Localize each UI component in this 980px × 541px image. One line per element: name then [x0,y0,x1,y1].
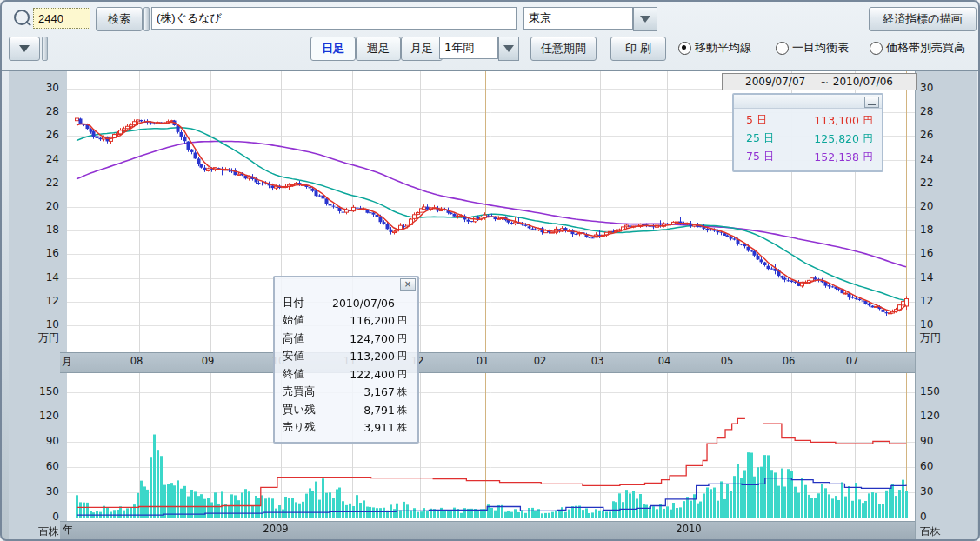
volume-tick-left: 0 [9,511,59,523]
tooltip-label: 日付 [283,296,328,311]
tooltip-row: 売り残3,911株 [275,419,417,437]
exchange-dropdown-button[interactable] [633,7,657,31]
radio-indicator-1[interactable]: 一目均衡表 [776,37,849,59]
ma-label: 5 日 [746,113,779,128]
tooltip-row: 終値122,400円 [275,365,417,384]
tooltip-unit: 株 [397,385,412,398]
month-tick: 03 [584,355,610,367]
ma-label: 25 日 [746,131,779,146]
tooltip-label: 売り残 [283,420,328,435]
tab-daily[interactable]: 日足 [310,37,356,61]
price-tick-right: 18 [920,224,933,236]
minimize-icon[interactable] [864,97,879,108]
price-unit-right: 万円 [920,331,941,345]
date-range-text: 2009/07/07 ～ 2010/07/06 [745,75,893,90]
tooltip-row: 日付2010/07/06 [275,294,417,312]
month-tick: 06 [776,355,802,367]
price-tick-left: 14 [9,271,59,284]
exchange-select[interactable]: 東京 [523,7,633,30]
volume-tick-left: 120 [9,410,59,422]
price-tick-right: 28 [920,105,933,117]
tooltip-row: 買い残8,791株 [275,401,417,419]
radio-indicator-2[interactable]: 価格帯別売買高 [870,37,965,59]
ma-label: 75 日 [746,150,779,164]
radio-label: 一目均衡表 [792,40,849,56]
volume-chart-canvas[interactable] [67,371,915,522]
year-tick: 2010 [671,523,706,535]
legend-header[interactable] [734,95,882,109]
tab-weekly[interactable]: 週足 [356,37,401,61]
tooltip-value: 8,791 [328,404,395,417]
volume-tick-right: 90 [920,435,933,447]
month-tick: 04 [651,355,677,367]
ma-value: 113,100 [779,114,859,127]
stock-code-input[interactable] [33,8,90,29]
splitter-handle[interactable] [143,7,150,31]
quote-tooltip[interactable]: × 日付2010/07/06始値116,200円高値124,700円安値113,… [273,276,419,444]
tooltip-value: 3,911 [328,421,395,434]
legend-row: 5 日113,100円 [734,111,882,130]
stock-chart-window: 検索 東京 経済指標の描画 日足週足月足 1年間 任意期間 印 刷 移動平均線一… [0,0,980,541]
collapse-toolbar-button[interactable] [9,37,40,61]
tooltip-value: 2010/07/06 [328,297,395,310]
tooltip-value: 3,167 [328,385,395,398]
chevron-down-icon [640,16,650,23]
tooltip-unit: 株 [397,421,412,434]
ma-unit: 円 [859,114,873,127]
print-button[interactable]: 印 刷 [610,37,666,61]
range-select[interactable]: 1年間 [439,37,498,59]
price-tick-left: 10 [9,318,59,331]
radio-icon[interactable] [776,42,789,55]
volume-tick-right: 120 [920,410,940,422]
price-tick-left: 26 [9,129,59,141]
tooltip-header[interactable]: × [275,277,417,291]
volume-tick-right: 0 [920,511,927,523]
year-axis-strip[interactable] [60,521,915,540]
tooltip-unit: 円 [397,350,412,363]
close-icon[interactable]: × [400,278,416,291]
price-tick-left: 12 [9,295,59,307]
range-dropdown-button[interactable] [498,37,519,61]
tooltip-label: 買い残 [283,403,328,417]
price-tick-left: 16 [9,247,59,259]
tooltip-unit: 円 [397,314,412,327]
price-tick-left: 28 [9,105,59,117]
price-tick-right: 16 [920,247,933,259]
price-tick-right: 20 [920,200,933,212]
radio-icon[interactable] [870,42,883,55]
month-tick: 01 [470,355,496,367]
radio-indicator-0[interactable]: 移動平均線 [678,37,751,59]
ma-unit: 円 [859,150,873,164]
tab-monthly[interactable]: 月足 [401,37,443,61]
splitter-handle-2[interactable] [42,37,48,61]
volume-tick-left: 60 [9,460,59,472]
tooltip-unit: 円 [397,368,412,381]
tooltip-row: 高値124,700円 [275,330,417,348]
tooltip-label: 高値 [283,331,328,346]
tooltip-value: 113,200 [328,350,395,363]
economic-indicator-button[interactable]: 経済指標の描画 [869,7,977,31]
ma-unit: 円 [859,132,873,145]
price-tick-right: 26 [920,129,933,141]
stock-name-input[interactable] [151,7,517,30]
tooltip-unit: 円 [397,332,412,345]
chevron-down-icon [19,45,30,52]
tooltip-unit: 株 [397,404,412,417]
price-tick-left: 30 [9,82,59,94]
tooltip-row: 安値113,200円 [275,348,417,366]
month-tick: 05 [714,355,740,367]
price-tick-left: 22 [9,177,59,189]
search-button[interactable]: 検索 [96,7,143,31]
volume-tick-left: 90 [9,435,59,447]
ma-value: 152,138 [779,150,859,164]
price-tick-right: 24 [920,153,933,165]
year-axis-title: 年 [63,523,73,538]
month-axis-title: 月 [62,355,72,370]
month-tick: 09 [195,355,221,367]
volume-unit-right: 百株 [920,524,941,539]
exchange-value: 東京 [529,10,551,26]
radio-icon[interactable] [678,42,691,55]
tooltip-value: 116,200 [328,314,395,327]
custom-period-button[interactable]: 任意期間 [530,37,597,61]
month-tick: 08 [123,355,150,367]
